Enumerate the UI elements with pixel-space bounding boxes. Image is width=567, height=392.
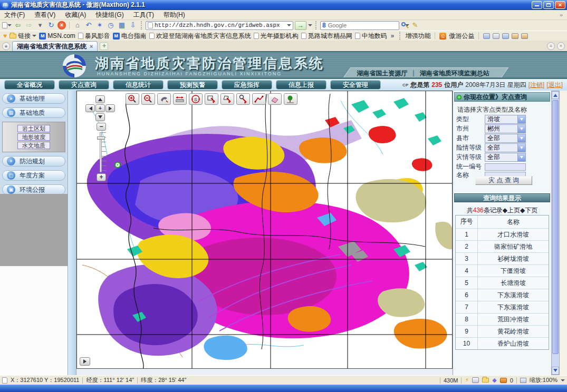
collapse-panel-button[interactable] — [80, 357, 90, 366]
folder-dropdown-icon[interactable] — [32, 35, 36, 39]
history-dropdown-icon[interactable]: ▾ — [35, 21, 45, 30]
nav-tab-disaster-query[interactable]: 灾点查询 — [59, 80, 109, 90]
row-name-link[interactable]: 才口水滑坡 — [478, 230, 549, 239]
chevron-down-icon[interactable] — [517, 153, 525, 161]
go-button[interactable]: → — [295, 21, 306, 30]
tab-close-icon[interactable]: × — [90, 43, 93, 50]
land-resources-link[interactable]: 湖南省国土资源厅 — [357, 69, 407, 78]
row-name-link[interactable]: 骆家恒矿滑地 — [478, 242, 549, 251]
layers-tree-tool[interactable] — [284, 93, 297, 105]
maximize-button[interactable] — [543, 1, 554, 9]
pan-down-button[interactable] — [95, 113, 105, 121]
window-icon[interactable] — [493, 33, 499, 39]
table-row[interactable]: 3衫树垅滑坡 — [456, 252, 549, 264]
search-button[interactable] — [401, 22, 409, 30]
danger-level-select[interactable]: 全部 — [485, 143, 526, 152]
select-rect-tool[interactable] — [205, 93, 218, 105]
table-row[interactable]: 4下僵滑坡 — [456, 264, 549, 277]
sidebar-item-base-geography[interactable]: » 基础地理 — [2, 93, 65, 104]
table-row[interactable]: 9黄花岭滑坡 — [456, 325, 549, 337]
zoom-slider-thumb[interactable] — [97, 136, 105, 140]
pan-tool[interactable] — [157, 93, 171, 105]
chevron-down-icon[interactable] — [517, 125, 525, 133]
pages-icon[interactable] — [502, 33, 509, 39]
nav-tab-overview[interactable]: 全省概况 — [4, 80, 55, 90]
undo-button[interactable]: ↶ — [84, 21, 93, 30]
bookmark-zhongdi[interactable]: 中地数码 — [355, 32, 387, 41]
bookmark-photo-studio[interactable]: 光年摄影机构 — [254, 32, 299, 41]
nav-tab-info-report[interactable]: 信息上报 — [276, 80, 326, 90]
sub-item-rock-soil-zoning[interactable]: 岩土区划 — [17, 125, 50, 132]
zoom-in-tool[interactable] — [126, 93, 139, 105]
skin-icon[interactable] — [512, 33, 518, 39]
new-page-button[interactable] — [2, 21, 12, 30]
eraser-tool[interactable] — [268, 93, 282, 105]
next-page-link[interactable]: 下页 — [525, 207, 537, 214]
user-icon[interactable] — [483, 33, 490, 39]
menu-file[interactable]: 文件(F) — [4, 11, 25, 19]
row-name-link[interactable]: 衫树垅滑坡 — [478, 254, 549, 263]
sidebar-splitter[interactable] — [68, 91, 76, 375]
minimize-button[interactable] — [532, 1, 542, 9]
scale-tool[interactable]: S — [189, 93, 203, 105]
menu-view[interactable]: 查看(V) — [34, 11, 55, 19]
zoom-slider-minus-button[interactable]: − — [97, 123, 106, 131]
identify-tool[interactable] — [236, 93, 250, 105]
row-name-link[interactable]: 黄花岭滑坡 — [478, 327, 549, 336]
bookmark-msn[interactable]: MMSN.com — [39, 32, 75, 40]
bookmarks-overflow-icon[interactable]: » — [391, 32, 395, 40]
bookmark-links-folder[interactable]: 链接 — [9, 32, 36, 41]
select-polygon-tool[interactable] — [220, 93, 234, 105]
table-row[interactable]: 7下东溪滑坡 — [456, 301, 549, 313]
nav-tab-statistics[interactable]: 信息统计 — [113, 80, 164, 90]
menu-favorites[interactable]: 收藏(A) — [65, 11, 86, 19]
filter-wand-button[interactable]: ✶ — [95, 21, 104, 30]
new-tab-button[interactable]: + — [100, 42, 108, 50]
code-input[interactable] — [485, 163, 526, 171]
sub-item-hydrogeology[interactable]: 水文地质 — [17, 142, 50, 149]
menu-groups[interactable]: 快捷组(G) — [95, 11, 123, 19]
bookmark-city-boutique[interactable]: 觅路城市精品网 — [301, 32, 352, 41]
nav-tab-forecast-warning[interactable]: 预测预警 — [167, 80, 218, 90]
disaster-query-button[interactable]: 灾 点 查 询 — [475, 176, 532, 185]
measure-distance-tool[interactable] — [173, 93, 187, 105]
boost-lightning-icon[interactable]: ⚡ — [465, 377, 469, 384]
frames-button[interactable]: ▦ — [117, 21, 127, 30]
plugin-diamond-icon[interactable]: ◆ — [492, 377, 496, 384]
scroll-up-icon[interactable] — [552, 91, 559, 99]
downloads-folder-icon[interactable] — [482, 378, 489, 383]
history-clock-button[interactable]: ◷ — [106, 21, 116, 30]
logout-link[interactable]: [注销] — [528, 81, 545, 90]
window-titlebar[interactable]: m 湖南省地质灾害信息系统 - 傲游(Maxthon) 2.1.1 × — [0, 0, 567, 10]
scrollbar-thumb[interactable] — [552, 100, 559, 354]
county-select[interactable]: 全部 — [485, 134, 526, 143]
address-bar[interactable] — [146, 21, 293, 30]
close-button[interactable]: × — [555, 1, 565, 9]
type-select[interactable]: 滑坡 — [485, 115, 526, 124]
favorites-star-icon[interactable]: ★ — [2, 42, 10, 50]
address-input[interactable] — [155, 22, 285, 28]
pan-center-button[interactable]: + — [95, 104, 105, 112]
new-page-dropdown-icon[interactable] — [7, 24, 12, 28]
draw-line-tool[interactable] — [252, 93, 266, 105]
scroll-down-icon[interactable] — [552, 367, 559, 375]
geo-monitor-station-link[interactable]: 湖南省地质环境监测总站 — [420, 69, 489, 78]
menu-tools[interactable]: 工具(T) — [133, 11, 154, 19]
close-all-tabs-icon[interactable]: × — [557, 42, 565, 50]
bookmark-hunan-geohazard[interactable]: 欢迎登陆湖南省地质灾害信息系统 — [149, 32, 251, 41]
table-row[interactable]: 8荒田冲滑坡 — [456, 313, 549, 325]
download-button[interactable]: ⇩ — [128, 21, 138, 30]
row-name-link[interactable]: 下东溪滑坡 — [478, 303, 549, 312]
table-row[interactable]: 5长塘滑坡 — [456, 277, 549, 289]
row-name-link[interactable]: 下东溪滑坡 — [478, 291, 549, 300]
row-name-link[interactable]: 荒田冲滑坡 — [478, 315, 549, 324]
sidebar-item-environment-bulletin[interactable]: ▣ 环境公报 — [2, 184, 65, 195]
zoom-dropdown-icon[interactable] — [561, 379, 565, 384]
back-button[interactable]: ⇦ — [13, 21, 23, 30]
maxthon-charity-link[interactable]: 傲游公益 — [449, 32, 474, 41]
favorites-heart-icon[interactable]: ♥ — [3, 32, 7, 40]
home-button[interactable]: ⌂ — [73, 21, 82, 30]
forward-button[interactable]: ⇨ — [24, 21, 34, 30]
table-row[interactable]: 6下东溪滑坡 — [456, 289, 549, 301]
sidebar-item-prevention-plan[interactable]: + 防治规划 — [2, 156, 65, 166]
